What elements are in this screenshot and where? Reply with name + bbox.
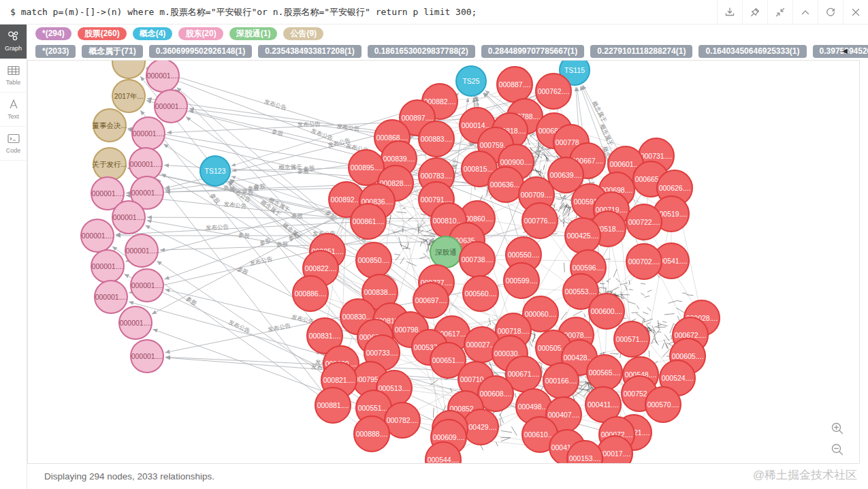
table-icon <box>7 65 20 77</box>
svg-text:000498....: 000498.... <box>518 403 550 411</box>
collapse-icon[interactable] <box>767 0 792 24</box>
sidebar-item-table[interactable]: Table <box>0 59 27 93</box>
svg-text:000782....: 000782.... <box>387 416 419 424</box>
graph-node[interactable]: 000776.... <box>522 203 558 238</box>
graph-node[interactable]: 000001.... <box>132 117 165 150</box>
svg-text:000838....: 000838.... <box>364 288 396 296</box>
rel-type-pill[interactable]: 0.16403450646925333(1) <box>698 45 806 58</box>
graph-node[interactable]: 000565.... <box>587 355 622 390</box>
graph-svg[interactable]: 发布公告发布公告参股参股参股参股参股发布公告发布公告发布公告发布公告发布公告发布… <box>28 61 859 463</box>
graph-node[interactable]: 000001.... <box>129 148 162 180</box>
svg-text:000892....: 000892.... <box>331 195 363 204</box>
graph-node[interactable]: 000850.... <box>356 242 391 278</box>
graph-node[interactable]: 2017年... <box>112 80 145 112</box>
graph-node[interactable]: 关于发行... <box>93 148 127 180</box>
svg-text:000900....: 000900.... <box>500 158 532 166</box>
text-icon <box>7 99 20 111</box>
zoom-in-icon[interactable] <box>831 422 844 438</box>
node-label-pill[interactable]: 公告(9) <box>283 27 323 40</box>
node-label-pill[interactable]: 股票(260) <box>78 27 127 40</box>
graph-node[interactable]: TS25 <box>456 66 486 96</box>
chevron-up-icon[interactable] <box>792 0 818 24</box>
rel-type-pill[interactable]: 0.3606999502926148(1) <box>149 45 252 58</box>
zoom-controls <box>831 422 844 459</box>
graph-node[interactable]: 000425.... <box>565 218 600 253</box>
svg-text:000017....: 000017.... <box>599 449 631 458</box>
svg-text:000639....: 000639.... <box>550 171 582 179</box>
graph-node[interactable]: 000001.... <box>91 250 124 283</box>
graph-node[interactable]: 000881.... <box>315 388 351 423</box>
zoom-out-icon[interactable] <box>831 443 844 459</box>
rel-type-pill[interactable]: *(2033) <box>35 45 76 58</box>
graph-node[interactable]: 000762.... <box>536 74 571 109</box>
node-label-pill[interactable]: 股东(20) <box>178 27 223 40</box>
rel-type-pill[interactable]: 0.2844899707785667(1) <box>481 45 584 58</box>
svg-text:发布公告: 发布公告 <box>263 98 288 112</box>
graph-node[interactable] <box>112 61 145 78</box>
node-label-pill[interactable]: 深股通(1) <box>229 27 278 40</box>
graph-node[interactable]: TS123 <box>200 156 230 186</box>
graph-node[interactable]: 000861.... <box>351 204 386 239</box>
graph-icon <box>7 31 20 43</box>
graph-node[interactable]: 000001.... <box>119 306 152 339</box>
svg-text:000001....: 000001.... <box>131 189 163 197</box>
svg-text:000001....: 000001.... <box>130 160 162 168</box>
graph-node[interactable]: 000722.... <box>626 204 662 240</box>
graph-node[interactable]: 000001.... <box>131 269 163 302</box>
graph-node[interactable]: 000560.... <box>463 276 498 311</box>
svg-text:000001....: 000001.... <box>95 293 127 301</box>
query-input[interactable]: $ match p=(m)-[]->(n) where m.股票名称="平安银行… <box>0 6 717 18</box>
graph-node[interactable]: 000738.... <box>460 242 495 277</box>
graph-node[interactable]: 深股通 <box>430 236 462 268</box>
svg-text:000553....: 000553.... <box>565 287 597 296</box>
graph-node[interactable]: 000001.... <box>95 281 127 313</box>
svg-text:000839....: 000839.... <box>383 155 415 163</box>
graph-node[interactable]: 000001.... <box>125 234 158 267</box>
node-label-pill[interactable]: 概念(4) <box>133 27 173 40</box>
svg-text:000544....: 000544.... <box>428 456 460 463</box>
svg-text:参股: 参股 <box>276 240 289 248</box>
graph-node[interactable]: 000600.... <box>589 294 624 329</box>
svg-text:发布公告: 发布公告 <box>298 121 321 129</box>
pin-icon[interactable] <box>742 0 767 24</box>
download-icon[interactable] <box>717 0 742 24</box>
graph-node[interactable]: 000166.... <box>543 363 579 398</box>
svg-text:000850....: 000850.... <box>358 256 390 264</box>
graph-node[interactable]: 000886.... <box>293 276 328 311</box>
svg-text:发布公告: 发布公告 <box>223 200 247 210</box>
rel-type-pill[interactable]: 0.18616530029837788(2) <box>368 45 475 58</box>
graph-node[interactable]: 000888.... <box>354 416 389 452</box>
graph-node[interactable]: 000570.... <box>645 387 681 422</box>
svg-text:000830....: 000830.... <box>342 313 374 321</box>
graph-node[interactable]: 董事会决... <box>93 109 127 142</box>
sidebar-item-graph[interactable]: Graph <box>0 25 27 59</box>
graph-canvas[interactable]: 发布公告发布公告参股参股参股参股参股发布公告发布公告发布公告发布公告发布公告发布… <box>27 60 860 464</box>
graph-node[interactable]: 000702.... <box>626 244 662 279</box>
close-icon[interactable] <box>843 0 868 24</box>
svg-text:TS25: TS25 <box>462 77 479 85</box>
graph-node[interactable]: 000883.... <box>419 121 454 157</box>
graph-node[interactable]: 000001.... <box>81 219 114 252</box>
node-label-pill[interactable]: *(294) <box>35 27 71 40</box>
graph-node[interactable]: 000001.... <box>131 340 163 373</box>
graph-node[interactable]: 000001.... <box>155 90 187 123</box>
graph-node[interactable]: 000571.... <box>614 321 649 357</box>
graph-node[interactable]: 000697.... <box>413 283 449 318</box>
graph-node[interactable]: 000887.... <box>497 67 532 102</box>
svg-text:000672....: 000672.... <box>675 331 707 339</box>
sidebar-item-text[interactable]: Text <box>0 93 27 127</box>
svg-text:000513....: 000513.... <box>379 384 411 392</box>
refresh-icon[interactable] <box>818 0 843 24</box>
svg-text:000815....: 000815.... <box>464 165 496 173</box>
graph-node[interactable]: 000599.... <box>504 263 539 298</box>
svg-text:000601....: 000601.... <box>610 160 642 168</box>
rel-type-pill[interactable]: 0.2279101118288274(1) <box>590 45 692 58</box>
rel-type-pill[interactable]: 0.39753945205916585(1) <box>813 45 868 58</box>
sidebar-item-code[interactable]: Code <box>0 127 27 161</box>
graph-node[interactable]: 000001.... <box>112 201 145 234</box>
rel-type-pill[interactable]: 概念属于(71) <box>82 45 142 58</box>
rel-type-pill[interactable]: 0.2354384933817208(1) <box>258 45 361 58</box>
sidebar-item-label: Graph <box>5 45 22 52</box>
legend-collapse-arrow[interactable]: ◀ <box>842 47 848 54</box>
graph-node[interactable]: 000001.... <box>146 61 179 92</box>
